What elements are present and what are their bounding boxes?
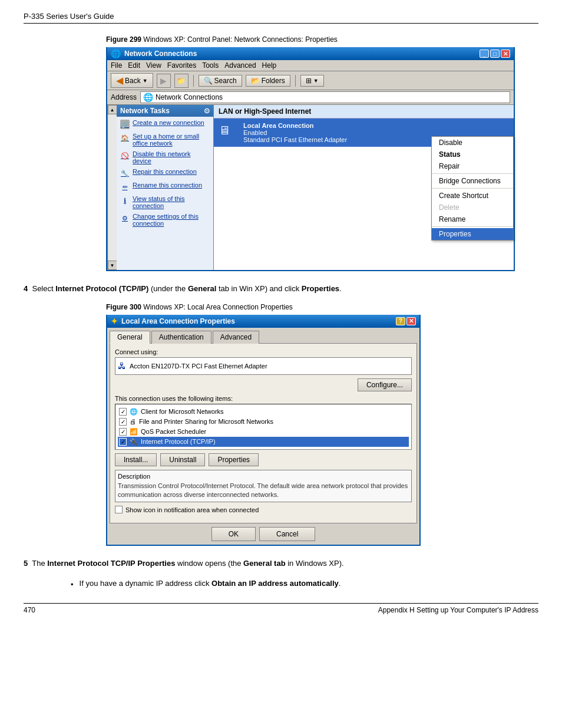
up-arrow-icon: 📁 bbox=[177, 77, 186, 85]
description-group: Description Transmission Control Protoco… bbox=[115, 470, 412, 503]
menu-advanced[interactable]: Advanced bbox=[224, 61, 256, 70]
left-scrollbar[interactable]: ▲ ▼ bbox=[107, 105, 117, 270]
list-item[interactable]: ⚙ Change settings of this connection bbox=[120, 213, 210, 227]
configure-button[interactable]: Configure... bbox=[358, 378, 412, 391]
menu-file[interactable]: File bbox=[111, 61, 122, 70]
footer-chapter: Appendix H Setting up Your Computer's IP… bbox=[378, 606, 538, 614]
step4-number: 4 bbox=[24, 284, 28, 293]
scroll-up-button[interactable]: ▲ bbox=[108, 105, 117, 114]
views-icon: ⊞ bbox=[306, 77, 312, 85]
menubar: File Edit View Favorites Tools Advanced … bbox=[107, 60, 514, 71]
checkbox-sharing[interactable] bbox=[119, 418, 127, 426]
folders-button[interactable]: 📂 Folders bbox=[246, 75, 290, 87]
ok-button[interactable]: OK bbox=[211, 527, 256, 541]
sharing-icon: 🖨 bbox=[130, 418, 136, 425]
search-icon: 🔍 bbox=[204, 77, 213, 85]
list-item[interactable]: ✏ Rename this connection bbox=[120, 182, 210, 192]
ctx-separator2 bbox=[432, 188, 513, 189]
bold-general-tab: General tab bbox=[243, 559, 286, 568]
minimize-button[interactable]: _ bbox=[480, 50, 489, 58]
tab-authentication[interactable]: Authentication bbox=[151, 331, 211, 344]
ctx-disable[interactable]: Disable bbox=[432, 137, 513, 149]
cancel-button[interactable]: Cancel bbox=[259, 527, 315, 541]
content-area: ▲ ▼ Network Tasks ⊙ 🔗 Create a new conne… bbox=[107, 105, 514, 270]
checkbox-client[interactable] bbox=[119, 408, 127, 416]
repair-icon: 🔧 bbox=[120, 169, 130, 178]
right-panel-header: LAN or High-Speed Internet bbox=[214, 105, 514, 118]
configure-row: Configure... bbox=[115, 378, 412, 391]
rename-icon: ✏ bbox=[120, 182, 130, 192]
disable-icon: 🚫 bbox=[120, 151, 130, 160]
items-list: 🌐 Client for Microsoft Networks 🖨 File a… bbox=[115, 404, 412, 450]
ctx-properties[interactable]: Properties bbox=[432, 228, 513, 240]
page-header: P-335 Series User's Guide bbox=[24, 12, 538, 24]
ctx-bridge[interactable]: Bridge Connections bbox=[432, 175, 513, 187]
list-item[interactable]: 🖨 File and Printer Sharing for Microsoft… bbox=[118, 417, 409, 427]
checkbox-tcpip[interactable] bbox=[119, 438, 127, 446]
titlebar2-buttons: ? ✕ bbox=[396, 317, 416, 325]
bullet-item: • If you have a dynamic IP address click… bbox=[71, 578, 538, 591]
ctx-separator3 bbox=[432, 226, 513, 227]
network-tasks-header[interactable]: Network Tasks ⊙ bbox=[117, 105, 213, 117]
bullet-section: • If you have a dynamic IP address click… bbox=[71, 578, 538, 591]
figure299-caption: Figure 299 Windows XP: Control Panel: Ne… bbox=[106, 35, 538, 44]
ctx-rename[interactable]: Rename bbox=[432, 213, 513, 225]
tab-general[interactable]: General bbox=[110, 331, 150, 344]
adapter-field: 🖧 Accton EN1207D-TX PCI Fast Ethernet Ad… bbox=[115, 357, 412, 375]
properties-content: Connect using: 🖧 Accton EN1207D-TX PCI F… bbox=[110, 343, 417, 524]
list-item[interactable]: 🔗 Create a new connection bbox=[120, 119, 210, 129]
help-button[interactable]: ? bbox=[396, 317, 405, 325]
toolbar-separator bbox=[193, 75, 194, 87]
adapter-icon: 🖧 bbox=[118, 361, 126, 371]
ctx-status[interactable]: Status bbox=[432, 149, 513, 160]
ctx-shortcut[interactable]: Create Shortcut bbox=[432, 190, 513, 202]
list-item[interactable]: 🌐 Client for Microsoft Networks bbox=[118, 407, 409, 417]
list-item[interactable]: ℹ View status of this connection bbox=[120, 195, 210, 209]
list-item-tcpip[interactable]: 🔌 Internet Protocol (TCP/IP) bbox=[118, 437, 409, 447]
left-panel: Network Tasks ⊙ 🔗 Create a new connectio… bbox=[117, 105, 214, 270]
close-button2[interactable]: ✕ bbox=[406, 317, 416, 325]
up-button[interactable]: 📁 bbox=[174, 74, 189, 88]
step5-text: 5 The Internet Protocol TCP/IP Propertie… bbox=[24, 558, 538, 569]
menu-help[interactable]: Help bbox=[262, 61, 277, 70]
back-button[interactable]: ◀ Back ▼ bbox=[111, 73, 153, 88]
list-item[interactable]: 🔧 Repair this connection bbox=[120, 168, 210, 178]
search-button[interactable]: 🔍 Search bbox=[199, 75, 242, 87]
tcpip-icon: 🔌 bbox=[130, 438, 138, 446]
toolbar-separator2 bbox=[295, 75, 296, 87]
network-connections-window: 🌐 Network Connections _ □ ✕ File Edit Vi… bbox=[106, 47, 515, 271]
create-connection-icon: 🔗 bbox=[120, 120, 130, 129]
titlebar-buttons: _ □ ✕ bbox=[480, 50, 510, 58]
home-network-icon: 🏠 bbox=[120, 133, 130, 143]
list-item[interactable]: 📶 QoS Packet Scheduler bbox=[118, 427, 409, 437]
checkbox-qos[interactable] bbox=[119, 428, 127, 436]
context-menu: Disable Status Repair Bridge Connections… bbox=[431, 136, 514, 241]
scroll-down-button[interactable]: ▼ bbox=[108, 261, 117, 270]
menu-favorites[interactable]: Favorites bbox=[167, 61, 196, 70]
forward-button[interactable]: ▶ bbox=[157, 74, 171, 88]
list-item[interactable]: 🚫 Disable this network device bbox=[120, 150, 210, 164]
properties-button[interactable]: Properties bbox=[209, 453, 259, 466]
change-settings-icon: ⚙ bbox=[120, 213, 130, 223]
address-icon: 🌐 bbox=[143, 93, 153, 102]
install-button[interactable]: Install... bbox=[115, 453, 157, 466]
list-item[interactable]: 🏠 Set up a home or small office network bbox=[120, 133, 210, 147]
toolbar: ◀ Back ▼ ▶ 📁 🔍 Search 📂 Folders ⊞ ▼ bbox=[107, 71, 514, 90]
address-field[interactable]: 🌐 Network Connections bbox=[140, 91, 510, 103]
uninstall-button[interactable]: Uninstall bbox=[160, 453, 205, 466]
folders-icon: 📂 bbox=[251, 77, 260, 85]
tab-advanced[interactable]: Advanced bbox=[213, 331, 259, 344]
menu-tools[interactable]: Tools bbox=[202, 61, 219, 70]
header-left: P-335 Series User's Guide bbox=[24, 12, 114, 21]
views-button[interactable]: ⊞ ▼ bbox=[300, 75, 324, 87]
menu-edit[interactable]: Edit bbox=[128, 61, 140, 70]
dropdown-icon: ▼ bbox=[143, 78, 148, 84]
footer-page-number: 470 bbox=[24, 606, 35, 614]
ctx-repair[interactable]: Repair bbox=[432, 160, 513, 172]
titlebar2: ✦ Local Area Connection Properties ? ✕ bbox=[107, 315, 419, 328]
maximize-button[interactable]: □ bbox=[490, 50, 500, 58]
close-button[interactable]: ✕ bbox=[501, 50, 510, 58]
show-icon-checkbox[interactable] bbox=[115, 506, 123, 513]
menu-view[interactable]: View bbox=[146, 61, 161, 70]
qos-icon: 📶 bbox=[130, 428, 138, 436]
